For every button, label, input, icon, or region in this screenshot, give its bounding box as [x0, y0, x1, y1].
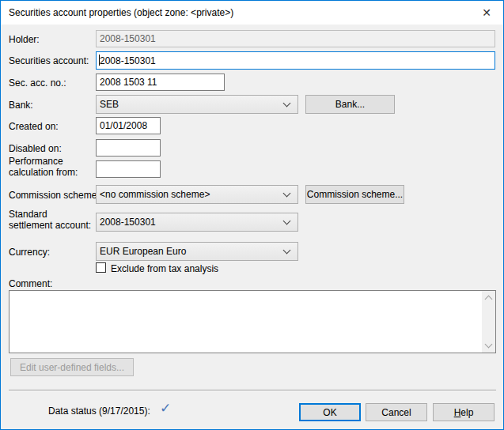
chevron-down-icon [283, 246, 291, 254]
bank-combobox[interactable]: SEB [96, 95, 298, 114]
chevron-down-icon [283, 99, 291, 107]
comment-label: Comment: [9, 278, 52, 289]
currency-label: Currency: [9, 247, 50, 258]
settlement-account-label: Standard settlement account: [9, 209, 91, 231]
bank-combobox-value: SEB [100, 99, 284, 110]
data-status-checkmark-icon: ✓ [160, 400, 171, 416]
securities-account-field[interactable] [96, 51, 495, 70]
divider [9, 390, 496, 391]
commission-scheme-button[interactable]: Commission scheme... [305, 185, 404, 204]
holder-label: Holder: [9, 34, 40, 45]
comment-area [9, 290, 496, 353]
exclude-tax-checkbox[interactable] [96, 262, 106, 273]
exclude-tax-label: Exclude from tax analysis [111, 263, 218, 274]
settlement-account-label-line2: settlement account: [9, 220, 91, 231]
ok-button[interactable]: OK [299, 403, 361, 421]
titlebar: Securities account properties (object zo… [1, 1, 503, 25]
created-on-label: Created on: [9, 121, 59, 132]
sec-acc-no-field[interactable] [96, 74, 225, 91]
cancel-button[interactable]: Cancel [366, 403, 427, 421]
performance-from-label-line1: Performance [9, 156, 63, 167]
text-cursor [99, 55, 100, 66]
securities-account-properties-dialog: Securities account properties (object zo… [0, 0, 504, 430]
commission-scheme-combobox-value: <no commission scheme> [100, 189, 284, 200]
edit-user-defined-fields-button: Edit user-defined fields... [10, 358, 134, 376]
settlement-account-label-line1: Standard [9, 209, 47, 220]
comment-scrollbar[interactable] [482, 291, 495, 353]
commission-scheme-combobox[interactable]: <no commission scheme> [96, 185, 298, 204]
holder-field [96, 30, 495, 47]
created-on-field[interactable] [96, 117, 161, 134]
sec-acc-no-label: Sec. acc. no.: [9, 77, 66, 89]
settlement-account-combobox-value: 2008-150301 [100, 217, 284, 228]
chevron-down-icon [283, 189, 291, 197]
disabled-on-label: Disabled on: [9, 143, 62, 154]
help-button[interactable]: Help [433, 403, 495, 421]
bank-button[interactable]: Bank... [305, 95, 395, 114]
disabled-on-field[interactable] [96, 139, 161, 157]
settlement-account-combobox[interactable]: 2008-150301 [96, 213, 298, 232]
help-button-rest: elp [460, 407, 473, 418]
dialog-title: Securities account properties (object zo… [9, 7, 233, 18]
comment-textarea[interactable] [9, 291, 482, 353]
chevron-down-icon [283, 217, 291, 224]
performance-from-label-line2: calculation from: [9, 167, 78, 178]
scroll-down-icon[interactable] [485, 341, 493, 349]
bank-label: Bank: [9, 100, 33, 111]
performance-from-label: Performance calculation from: [9, 156, 78, 178]
data-status-label: Data status (9/17/2015): [48, 405, 150, 417]
securities-account-label: Securities account: [9, 55, 89, 66]
performance-from-field[interactable] [96, 160, 161, 178]
close-icon[interactable]: ✕ [475, 3, 498, 22]
currency-combobox-value: EUR European Euro [100, 246, 284, 257]
currency-combobox[interactable]: EUR European Euro [96, 242, 298, 261]
help-button-underline: H [454, 407, 461, 418]
scroll-up-icon[interactable] [485, 296, 493, 304]
commission-scheme-label: Commission scheme: [9, 190, 100, 201]
